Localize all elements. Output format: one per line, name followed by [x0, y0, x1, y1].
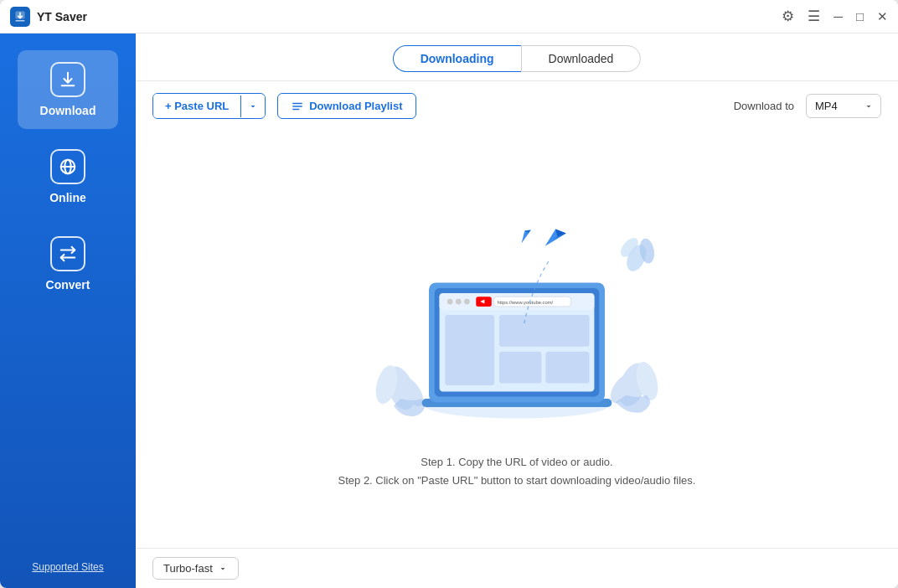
main-illustration: https://www.youtube.com/: [341, 177, 693, 445]
svg-point-16: [447, 299, 453, 305]
svg-rect-23: [445, 315, 494, 385]
turbo-dropdown-icon: [218, 564, 228, 574]
paste-url-button[interactable]: + Paste URL: [153, 94, 240, 118]
sidebar-item-download[interactable]: Download: [18, 50, 118, 129]
title-bar: YT Saver ⚙ ☰ ─ □ ✕: [0, 0, 898, 34]
title-bar-controls: ⚙ ☰ ─ □ ✕: [782, 8, 888, 25]
title-bar-left: YT Saver: [10, 7, 87, 27]
step1-text: Step 1. Copy the URL of video or audio.: [338, 453, 696, 472]
download-icon-container: [50, 62, 85, 97]
svg-rect-24: [499, 315, 590, 347]
step2-text: Step 2. Click on "Paste URL" button to s…: [338, 472, 696, 490]
main-layout: Download Online: [0, 34, 898, 588]
toolbar: + Paste URL Download Playlist Download t…: [136, 81, 898, 127]
convert-icon-container: [50, 236, 85, 271]
playlist-icon: [292, 101, 303, 112]
svg-point-17: [456, 299, 462, 305]
tab-downloading[interactable]: Downloading: [393, 45, 521, 72]
turbo-fast-button[interactable]: Turbo-fast: [152, 557, 239, 580]
download-to-label: Download to: [734, 100, 794, 112]
bottom-bar: Turbo-fast: [136, 548, 898, 588]
tab-downloaded[interactable]: Downloaded: [521, 45, 642, 72]
svg-rect-25: [499, 352, 541, 384]
steps-text: Step 1. Copy the URL of video or audio. …: [338, 453, 696, 490]
menu-icon[interactable]: ☰: [808, 8, 820, 25]
sidebar-item-convert[interactable]: Convert: [18, 224, 118, 303]
svg-rect-26: [545, 352, 589, 384]
maximize-icon[interactable]: □: [856, 9, 864, 23]
content-area: Downloading Downloaded + Paste URL Downl…: [136, 34, 898, 588]
svg-marker-31: [545, 229, 566, 245]
app-logo: [10, 7, 30, 27]
paste-url-group[interactable]: + Paste URL: [152, 93, 266, 119]
svg-marker-28: [517, 228, 534, 244]
online-icon-container: [50, 149, 85, 184]
sidebar: Download Online: [0, 34, 136, 588]
turbo-label: Turbo-fast: [163, 562, 213, 575]
download-playlist-button[interactable]: Download Playlist: [277, 93, 416, 119]
sidebar-online-label: Online: [49, 191, 86, 204]
sidebar-download-label: Download: [40, 104, 96, 117]
minimize-icon[interactable]: ─: [833, 9, 843, 23]
svg-text:https://www.youtube.com/: https://www.youtube.com/: [497, 300, 553, 305]
sidebar-convert-label: Convert: [46, 278, 90, 291]
app-window: YT Saver ⚙ ☰ ─ □ ✕ Download: [0, 0, 898, 588]
app-title: YT Saver: [37, 10, 87, 23]
svg-point-18: [464, 299, 470, 305]
svg-rect-1: [15, 20, 24, 22]
sidebar-item-online[interactable]: Online: [18, 137, 118, 216]
supported-sites-link[interactable]: Supported Sites: [32, 561, 103, 573]
format-select[interactable]: MP4 MP3 AVI MOV MKV: [806, 94, 881, 118]
download-playlist-label: Download Playlist: [309, 100, 402, 112]
tab-bar: Downloading Downloaded: [136, 34, 898, 81]
paste-url-dropdown[interactable]: [240, 95, 265, 117]
illustration-area: https://www.youtube.com/: [136, 127, 898, 548]
settings-icon[interactable]: ⚙: [782, 8, 794, 25]
close-icon[interactable]: ✕: [877, 9, 888, 24]
